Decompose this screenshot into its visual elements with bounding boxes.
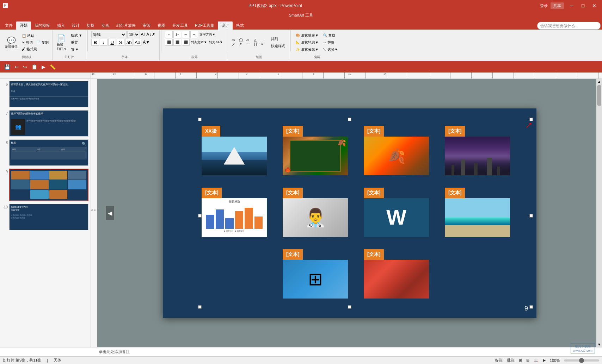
shadow-btn[interactable]: ab <box>125 39 133 46</box>
quick-styles-btn[interactable]: 快速样式 <box>270 43 287 49</box>
shape-fill-btn[interactable]: 🎨 形状填充▼ <box>294 32 320 39</box>
vertical-scrollbar[interactable]: ▲ ▼ <box>596 79 602 347</box>
share-btn[interactable]: 共享 <box>551 2 564 9</box>
tab-file[interactable]: 文件 <box>1 21 16 30</box>
slide-sorter-btn[interactable]: ⊟ <box>526 358 529 363</box>
layout-btn[interactable]: 版式 ▼ <box>69 32 84 39</box>
tab-review[interactable]: 审阅 <box>139 21 154 30</box>
convert-smartart-btn[interactable]: 转为SA▼ <box>208 39 223 45</box>
ruler-btn[interactable]: 📏 <box>48 63 57 70</box>
search-input[interactable] <box>537 22 601 30</box>
underline-btn[interactable]: U <box>108 39 116 46</box>
format-painter-btn[interactable]: 🖌 格式刷 <box>20 46 50 52</box>
maximize-btn[interactable]: □ <box>578 2 588 9</box>
find-btn[interactable]: 🔍 查找 <box>321 32 339 39</box>
photo-tile-3[interactable]: 🍂 [文本] <box>364 126 429 175</box>
tab-view[interactable]: 视图 <box>154 21 169 30</box>
select-btn[interactable]: ↖ 选择▼ <box>321 46 339 53</box>
arrange-btn[interactable]: 排列 <box>270 36 287 42</box>
sel-handle-ml[interactable] <box>198 214 202 218</box>
tab-format[interactable]: 格式 <box>233 21 247 30</box>
photo-tile-2[interactable]: 🍂 🍁 [文本] <box>283 126 348 175</box>
canvas-area[interactable]: ◀ ↑ <box>97 79 602 347</box>
photo-tile-7[interactable]: W [文本] <box>364 188 429 237</box>
indent-decrease-btn[interactable]: ⇐ <box>182 31 190 38</box>
font-color-btn[interactable]: A▼ <box>142 40 150 45</box>
tab-slideshow[interactable]: 幻灯片放映 <box>113 21 139 30</box>
login-btn[interactable]: 登录 <box>540 3 548 8</box>
save-btn[interactable]: 💾 <box>3 63 12 70</box>
minimize-btn[interactable]: ─ <box>567 2 577 9</box>
shape-effect-btn[interactable]: ✨ 形状效果▼ <box>294 46 320 53</box>
shape-3[interactable]: ▱ <box>246 38 253 42</box>
normal-view-btn[interactable]: ⊞ <box>519 358 522 363</box>
notes-btn[interactable]: 备注 <box>495 358 503 363</box>
photo-tile-8[interactable]: [文本] <box>445 188 510 237</box>
prev-slide-btn[interactable]: ◀ <box>106 206 114 220</box>
clear-format-btn[interactable]: ✗ <box>152 32 155 37</box>
bullets-btn[interactable]: ≡ <box>165 31 173 38</box>
font-spacing-btn[interactable]: Aa <box>134 39 141 46</box>
tab-animation[interactable]: 动画 <box>98 21 113 30</box>
italic-btn[interactable]: I <box>100 39 108 46</box>
shape-1[interactable]: ▭ <box>232 38 239 42</box>
print-preview-btn[interactable]: 📋 <box>30 63 39 70</box>
align-center-btn[interactable]: ⬛ <box>173 39 181 46</box>
sel-handle-mr[interactable] <box>529 214 533 218</box>
sel-handle-br[interactable] <box>529 305 533 309</box>
send-wechat-btn[interactable]: 💬 发送微信 <box>4 36 19 50</box>
sel-handle-bm[interactable] <box>348 305 351 309</box>
tab-developer[interactable]: 开发工具 <box>169 21 191 30</box>
tab-design[interactable]: 设计 <box>68 21 83 30</box>
slide-thumb-10[interactable]: 10 我是标题文字内容内容文字 文字内容文字内容文字内容文字内容文字内容 <box>1 203 89 231</box>
slide-thumb-9[interactable]: 9 <box>1 168 89 202</box>
tab-pdf[interactable]: PDF工具集 <box>191 21 218 30</box>
indent-increase-btn[interactable]: ⇒ <box>190 31 198 38</box>
shape-8[interactable]: { } <box>254 42 261 47</box>
align-text-btn[interactable]: 对齐文本▼ <box>190 39 208 45</box>
photo-tile-6[interactable]: 👨‍⚕️ [文本] <box>283 188 348 237</box>
undo-btn[interactable]: ↩ <box>13 63 20 70</box>
slide-thumb-8[interactable]: 8 标题 标题内容内容 🔍 <box>1 139 89 167</box>
align-right-btn[interactable]: ⬛ <box>182 39 190 46</box>
photo-tile-1[interactable]: XX摄 <box>202 126 267 175</box>
copy-btn[interactable]: 📄 复制 <box>35 39 50 46</box>
slide-thumb-7[interactable]: 7 选择下面到的投资分布的选择 👥 文字内容文字内容文字内容文字内容文字内容文字… <box>1 109 89 137</box>
photo-tile-5[interactable]: 图表标题 ■ 系列1月 ■ 系列2月 [文本] <box>202 188 267 237</box>
note-bar[interactable]: 单击此处添加备注 <box>0 347 602 356</box>
slide-thumb-6[interactable]: 6 讲课的名言，或及所你的的文化声明可的的一家让法。 作者 天体声明一些主题演讲… <box>1 80 89 108</box>
shape-5[interactable]: ／ <box>232 42 239 47</box>
bold-btn[interactable]: B <box>91 39 99 46</box>
photo-tile-10[interactable]: [文本] <box>364 249 429 299</box>
scroll-thumb[interactable] <box>597 85 601 106</box>
shape-7[interactable]: ⌒ <box>246 42 253 47</box>
reset-btn[interactable]: 重置 <box>69 39 84 46</box>
shape-more[interactable]: ⋯ <box>261 38 268 42</box>
section-btn[interactable]: 节 ▼ <box>69 46 84 53</box>
sel-handle-tl[interactable] <box>198 118 202 121</box>
photo-tile-4[interactable]: [文本] <box>445 126 510 175</box>
tab-smartart-design[interactable]: 设计 <box>218 21 233 30</box>
scroll-up-btn[interactable]: ▲ <box>597 79 602 84</box>
numbering-btn[interactable]: 1≡ <box>173 31 181 38</box>
shape-4[interactable]: △ <box>254 38 261 42</box>
comments-btn[interactable]: 批注 <box>507 358 515 363</box>
photo-tile-9[interactable]: ⊞ [文本] <box>283 249 348 299</box>
sel-handle-bl[interactable] <box>198 305 202 309</box>
reading-view-btn[interactable]: 📖 <box>534 358 539 363</box>
replace-btn[interactable]: ↔ 替换 <box>321 39 339 46</box>
close-btn[interactable]: ✕ <box>589 2 599 9</box>
font-size-select[interactable]: 18+ <box>127 31 140 38</box>
start-btn[interactable]: ▶ <box>40 63 47 70</box>
shape-2[interactable]: ◯ <box>239 38 246 42</box>
slide-show-btn[interactable]: ▶ <box>543 358 546 363</box>
font-size-increase-btn[interactable]: A↑ <box>141 32 146 37</box>
shape-outline-btn[interactable]: 📐 形状轮廓▼ <box>294 39 320 46</box>
tab-transition[interactable]: 切换 <box>83 21 98 30</box>
shape-6[interactable]: ↗ <box>239 42 246 47</box>
sel-handle-tm[interactable] <box>348 118 351 121</box>
tab-home[interactable]: 开始 <box>16 21 31 30</box>
font-family-select[interactable]: 等线 <box>91 31 127 38</box>
align-left-btn[interactable]: ⬛ <box>165 39 173 46</box>
new-slide-btn[interactable]: 📄 新建幻灯片 <box>55 33 68 52</box>
